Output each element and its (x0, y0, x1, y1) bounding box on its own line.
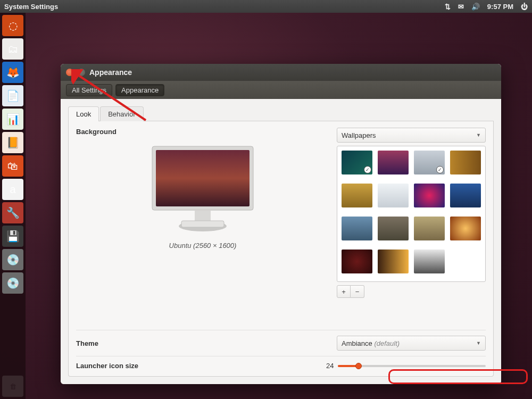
wallpaper-preview (144, 141, 261, 238)
tab-look[interactable]: Look (68, 106, 99, 121)
window-title: Appearance (89, 68, 132, 77)
ubuntu-dash-icon[interactable]: ◌ (2, 15, 23, 36)
check-icon: ✓ (436, 166, 444, 173)
window-content: Look Behavior Background (61, 99, 501, 384)
tab-behavior[interactable]: Behavior (100, 106, 143, 121)
svg-rect-1 (156, 150, 250, 206)
top-panel: System Settings ⇅ ✉ 🔊 9:57 PM ⏻ (0, 0, 532, 13)
wall-4[interactable] (450, 151, 481, 174)
close-icon[interactable] (66, 69, 73, 76)
mail-icon[interactable]: ✉ (458, 3, 464, 11)
svg-rect-4 (181, 221, 224, 227)
look-panel: Background (68, 121, 494, 377)
chevron-down-icon: ▼ (476, 340, 481, 346)
wall-14[interactable] (378, 250, 409, 273)
wall-13[interactable] (342, 250, 372, 273)
launcher-size-value: 24 (326, 362, 334, 370)
wall-9[interactable] (342, 217, 372, 240)
power-icon[interactable]: ⏻ (521, 3, 528, 11)
background-label: Background (76, 128, 151, 136)
wall-12[interactable] (450, 217, 481, 240)
wall-7[interactable] (414, 184, 445, 207)
wall-8[interactable] (450, 184, 481, 207)
floppy-icon[interactable]: 💾 (2, 226, 23, 247)
wall-3[interactable]: ✓ (414, 151, 445, 174)
impress-icon[interactable]: 📙 (2, 132, 23, 153)
wall-2[interactable] (378, 151, 409, 174)
firefox-icon[interactable]: 🦊 (2, 62, 23, 83)
amazon-icon[interactable]: a (2, 179, 23, 200)
breadcrumb: All Settings Appearance (61, 81, 501, 99)
background-row: Background (76, 128, 486, 325)
wallpaper-grid: ✓✓ (337, 146, 486, 282)
settings-icon[interactable]: 🔧 (2, 202, 23, 223)
wallpaper-caption: Ubuntu (2560 × 1600) (169, 242, 237, 250)
launcher-size-slider[interactable] (338, 365, 486, 367)
slider-handle[interactable] (355, 363, 362, 369)
appearance-window: Appearance All Settings Appearance Look … (61, 64, 501, 384)
network-icon[interactable]: ⇅ (445, 3, 451, 11)
window-titlebar[interactable]: Appearance (61, 64, 501, 81)
chevron-down-icon: ▼ (476, 132, 481, 138)
theme-dropdown[interactable]: Ambiance (default) ▼ (337, 336, 486, 351)
add-wallpaper-button[interactable]: + (337, 285, 351, 298)
wall-15[interactable] (414, 250, 445, 273)
breadcrumb-all-settings[interactable]: All Settings (66, 84, 112, 96)
wall-1[interactable]: ✓ (342, 151, 372, 174)
files-icon[interactable]: 🗂 (2, 38, 23, 60)
software-center-icon[interactable]: 🛍 (2, 155, 23, 177)
tab-bar: Look Behavior (68, 106, 494, 121)
theme-row: Theme Ambiance (default) ▼ (76, 330, 486, 351)
wallpaper-source-dropdown[interactable]: Wallpapers ▼ (337, 128, 486, 143)
indicator-area: ⇅ ✉ 🔊 9:57 PM ⏻ (445, 3, 528, 11)
calc-icon[interactable]: 📊 (2, 109, 23, 130)
wall-5[interactable] (342, 184, 372, 207)
disc2-icon[interactable]: 💿 (2, 272, 23, 294)
breadcrumb-appearance[interactable]: Appearance (115, 84, 164, 96)
disc1-icon[interactable]: 💿 (2, 249, 23, 270)
wall-6[interactable] (378, 184, 409, 207)
writer-icon[interactable]: 📄 (2, 85, 23, 106)
minimize-icon[interactable] (78, 69, 85, 76)
launcher-size-row: Launcher icon size 24 (76, 356, 486, 370)
theme-label: Theme (76, 339, 151, 347)
wall-11[interactable] (414, 217, 445, 240)
check-icon: ✓ (364, 166, 371, 173)
remove-wallpaper-button[interactable]: − (351, 285, 364, 298)
unity-launcher: ◌🗂🦊📄📊📙🛍a🔧💾💿💿 (0, 13, 26, 399)
volume-icon[interactable]: 🔊 (471, 3, 480, 11)
clock[interactable]: 9:57 PM (487, 3, 513, 11)
launcher-size-label: Launcher icon size (76, 362, 138, 370)
wall-10[interactable] (378, 217, 409, 240)
panel-app-title: System Settings (4, 3, 445, 11)
